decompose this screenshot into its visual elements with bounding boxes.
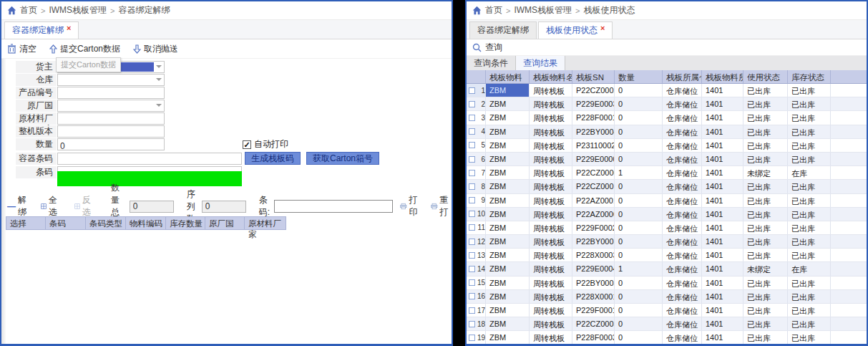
cell-pallet-material-name[interactable]: 周转栈板 — [530, 139, 572, 152]
cell-pallet-material[interactable]: ZBM — [486, 208, 530, 221]
cell-owner[interactable]: 1401 — [702, 290, 743, 303]
cell-owner[interactable]: 1401 — [702, 139, 743, 152]
cell-pallet-material[interactable]: ZBM — [486, 249, 530, 261]
table-row[interactable]: 17ZBM周转栈板P229F0001105Z0仓库储位1401已出库已出库 — [467, 304, 867, 317]
cancel-throw-button[interactable]: 取消抛送 — [133, 43, 178, 55]
tab-container-bind-unbind[interactable]: 容器绑定解绑 — [469, 21, 537, 39]
row-checkbox[interactable] — [469, 279, 475, 286]
cell-pallet-material-name[interactable]: 周转栈板 — [530, 290, 572, 303]
cell-use-status[interactable]: 已出库 — [743, 194, 788, 207]
row-select-cell[interactable]: 3 — [467, 111, 486, 124]
cell-warehouse[interactable]: 仓库储位 — [663, 277, 702, 289]
cell-warehouse[interactable]: 仓库储位 — [663, 139, 702, 152]
cell-pallet-material-name[interactable]: 周转栈板 — [530, 331, 572, 344]
column-header[interactable]: 使用状态 — [743, 70, 788, 83]
table-row[interactable]: 16ZBM周转栈板P228X0001550Z0仓库储位1401已出库已出库 — [467, 290, 867, 304]
warehouse-select[interactable] — [57, 74, 165, 86]
query-button[interactable]: 查询 — [485, 42, 502, 54]
cell-owner[interactable]: 1401 — [702, 84, 743, 97]
cell-owner[interactable]: 1401 — [702, 153, 743, 165]
column-header[interactable]: 栈板物料 — [486, 70, 530, 83]
cell-pallet-material[interactable]: ZBM — [486, 125, 530, 138]
cell-warehouse[interactable]: 仓库储位 — [663, 317, 702, 330]
column-header[interactable]: 栈板物料名称 — [530, 70, 572, 83]
row-checkbox[interactable] — [469, 321, 475, 327]
select-all-button[interactable]: 全选 — [41, 194, 60, 218]
cell-use-status[interactable]: 已出库 — [743, 317, 788, 330]
cell-pallet-material[interactable]: ZBM — [486, 290, 530, 303]
cell-pallet-material-name[interactable]: 周转栈板 — [530, 180, 572, 193]
cell-owner[interactable]: 1401 — [702, 262, 743, 275]
cell-pallet-material[interactable]: ZBM — [486, 194, 530, 207]
row-checkbox[interactable] — [469, 252, 475, 259]
column-header[interactable]: 库存数量 — [166, 216, 205, 230]
cell-pallet-material-name[interactable]: 周转栈板 — [530, 84, 572, 97]
cell-quantity[interactable]: 0 — [615, 153, 663, 165]
cell-pallet-sn[interactable]: P22AZ0000862Z — [572, 208, 615, 221]
cell-warehouse[interactable]: 仓库储位 — [663, 249, 702, 261]
cell-pallet-material-name[interactable]: 周转栈板 — [530, 125, 572, 138]
column-header[interactable]: 库存状态 — [788, 70, 831, 83]
cell-quantity[interactable]: 0 — [615, 249, 663, 261]
table-row[interactable]: 2ZBM周转栈板P229E0003573Z0仓库储位1401已出库已出库 — [467, 97, 867, 111]
cell-pallet-sn[interactable]: P228F0001120Z — [572, 111, 615, 124]
column-header[interactable]: 原材料厂家 — [245, 216, 286, 230]
cell-warehouse[interactable]: 仓库储位 — [663, 235, 702, 248]
row-select-cell[interactable]: 6 — [467, 153, 486, 165]
cell-pallet-material[interactable]: ZBM — [486, 277, 530, 289]
cell-owner[interactable]: 1401 — [702, 180, 743, 193]
cell-use-status[interactable]: 已出库 — [743, 111, 788, 124]
table-row[interactable]: 13ZBM周转栈板P228X0003858Z0仓库储位1401已出库已出库 — [467, 249, 867, 262]
row-checkbox[interactable] — [469, 183, 475, 190]
cell-quantity[interactable]: 0 — [615, 125, 663, 138]
cell-pallet-material[interactable]: ZBM — [486, 111, 530, 124]
row-checkbox[interactable] — [469, 211, 475, 217]
row-checkbox[interactable] — [469, 101, 475, 107]
table-row[interactable]: 15ZBM周转栈板P22BY0003179Z0仓库储位1401已出库已出库 — [467, 277, 867, 290]
row-checkbox[interactable] — [469, 224, 475, 231]
cell-stock-status[interactable]: 已出库 — [788, 290, 831, 303]
table-row[interactable]: 11ZBM周转栈板P229F0002861Z0仓库储位1401已出库已出库 — [467, 221, 867, 235]
row-select-cell[interactable]: 2 — [467, 97, 486, 110]
cell-stock-status[interactable]: 已出库 — [788, 235, 831, 248]
submit-carton-button[interactable]: 提交Carton数据 — [49, 43, 120, 55]
cell-pallet-material[interactable]: ZBM — [486, 139, 530, 152]
cell-pallet-sn[interactable]: P228F0003445Z — [572, 331, 615, 344]
cell-pallet-material[interactable]: ZBM — [486, 262, 530, 275]
cell-owner[interactable]: 1401 — [702, 111, 743, 124]
cell-owner[interactable]: 1401 — [702, 277, 743, 289]
cell-pallet-material-name[interactable]: 周转栈板 — [530, 111, 572, 124]
cell-warehouse[interactable]: 仓库储位 — [663, 153, 702, 165]
cell-warehouse[interactable]: 仓库储位 — [663, 97, 702, 110]
cell-pallet-sn[interactable]: P22CZ0000305Z — [572, 166, 615, 179]
row-select-cell[interactable]: 12 — [467, 235, 486, 248]
cell-pallet-material-name[interactable]: 周转栈板 — [530, 221, 572, 234]
column-header[interactable]: 栈板所属仓库 — [663, 70, 702, 83]
row-select-cell[interactable]: 4 — [467, 125, 486, 138]
cell-pallet-material[interactable]: ZBM — [486, 235, 530, 248]
cell-use-status[interactable]: 已出库 — [743, 84, 788, 97]
cell-warehouse[interactable]: 仓库储位 — [663, 304, 702, 317]
machine-version-input[interactable] — [57, 125, 165, 138]
reprint-button[interactable]: 重打 — [431, 194, 452, 218]
cell-quantity[interactable]: 0 — [615, 84, 663, 97]
cell-pallet-sn[interactable]: P229E0003573Z — [572, 97, 615, 110]
table-row[interactable]: 10ZBM周转栈板P22AZ0000862Z0仓库储位1401已出库已出库 — [467, 208, 867, 221]
row-select-cell[interactable]: 9 — [467, 194, 486, 207]
cell-pallet-material-name[interactable]: 周转栈板 — [530, 97, 572, 110]
column-header[interactable]: 栈板物料所有... — [702, 70, 743, 83]
cell-warehouse[interactable]: 仓库储位 — [663, 111, 702, 124]
cell-quantity[interactable]: 0 — [615, 208, 663, 221]
column-header[interactable]: 条码 — [46, 216, 86, 230]
cell-use-status[interactable]: 已出库 — [743, 277, 788, 289]
cell-owner[interactable]: 1401 — [702, 97, 743, 110]
cell-pallet-material[interactable]: ZBM — [486, 180, 530, 193]
cell-pallet-material[interactable]: ZBM — [486, 153, 530, 165]
row-checkbox[interactable] — [469, 156, 475, 163]
row-select-cell[interactable]: 19 — [467, 331, 486, 344]
generate-pallet-code-button[interactable]: 生成栈板码 — [245, 152, 301, 165]
table-row[interactable]: 19ZBM周转栈板P228F0003445Z0仓库储位1401已出库已出库 — [467, 331, 867, 344]
serial-count-field[interactable] — [202, 201, 246, 213]
material-vendor-input[interactable] — [57, 112, 165, 125]
cell-pallet-sn[interactable]: P228X0003858Z — [572, 249, 615, 261]
